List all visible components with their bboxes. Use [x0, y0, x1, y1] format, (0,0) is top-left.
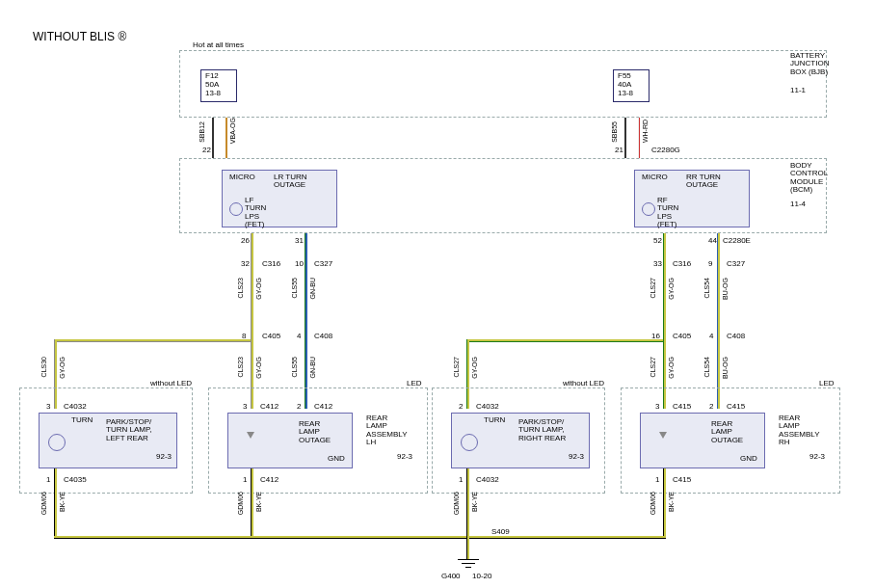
lamp-l3-name: REAR LAMP ASSEMBLY LH	[366, 414, 408, 447]
lamp-r2-led-icon	[659, 432, 667, 439]
pin-26: 26	[241, 237, 250, 245]
lamp-l1-bulb-icon	[48, 434, 66, 451]
wire-cls23-h	[54, 339, 253, 342]
gdm06-b: GDM06	[237, 492, 244, 515]
wire-buog-lbl-a: BU-OG	[722, 278, 729, 300]
pin-9: 9	[708, 260, 712, 268]
lamp-l2-gnd: GND	[328, 455, 345, 463]
gdm06-a: GDM06	[40, 492, 47, 515]
gnd-wire-2	[251, 468, 253, 536]
conn-c405r: C405	[673, 333, 691, 340]
wire-sbb55-lbl: SBB55	[611, 121, 618, 143]
wire-sbb55	[624, 118, 626, 158]
wire-whrd-lbl: WH-RD	[642, 120, 649, 143]
g400: G400	[441, 573, 461, 580]
pin-3b: 3	[243, 403, 247, 411]
bcm-rf-fet: RF TURN LPS (FET)	[657, 197, 678, 229]
wire-cls27-a	[663, 233, 666, 339]
lamp-r1-name: PARK/STOP/ TURN LAMP, RIGHT REAR	[518, 418, 566, 442]
conn-c408l: C408	[314, 333, 332, 340]
pin-31: 31	[295, 237, 304, 245]
wire-cls55-a	[305, 233, 307, 339]
rf-fet-icon	[642, 202, 655, 216]
pin-32: 32	[241, 260, 250, 268]
bcm-ref: 11-4	[790, 200, 806, 208]
conn-c2280g: C2280G	[651, 147, 680, 154]
wire-sbb12-lbl: SBB12	[199, 121, 205, 143]
conn-c415-t2: C415	[727, 403, 745, 411]
lamp-l2-flag: LED	[407, 380, 422, 388]
pin-1c: 1	[459, 476, 463, 484]
lamp-r2-flag: LED	[819, 380, 835, 388]
bcm-rf-micro: MICRO	[642, 174, 668, 181]
conn-c405l: C405	[262, 333, 280, 340]
wire-cls23-lbl2: CLS23	[237, 357, 244, 377]
lamp-r1-tag: TURN	[484, 416, 505, 424]
pin-44: 44	[708, 237, 717, 245]
pin-2b: 2	[297, 403, 301, 411]
pin-52: 52	[653, 237, 662, 245]
pin-2d: 2	[709, 403, 713, 411]
lamp-l2-led-icon	[247, 432, 254, 439]
wire-vbaog	[225, 118, 227, 158]
gnd-wire-1	[54, 468, 57, 536]
wire-cls23-a	[251, 233, 253, 339]
pin-3c: 3	[655, 403, 659, 411]
bcm-lf-micro: MICRO	[229, 174, 255, 181]
lamp-l3-pg: 92-3	[397, 453, 412, 461]
ground-icon	[458, 559, 479, 571]
conn-c4032r-b: C4032	[476, 476, 499, 484]
bcm-lr-outage: LR TURN OUTAGE	[274, 174, 307, 190]
bkye-a: BK-YE	[59, 492, 66, 512]
pin-1d: 1	[655, 476, 659, 484]
wire-gyog-lbl-b: GY-OG	[59, 357, 66, 379]
wire-gnbu-lbl-a: GN-BU	[309, 278, 316, 300]
wire-gyog-lbl-e: GY-OG	[668, 357, 675, 379]
pin-3a: 3	[46, 403, 50, 411]
lamp-l1-flag: without LED	[150, 380, 192, 388]
g400-pg: 10-20	[472, 573, 491, 580]
pin-33: 33	[653, 260, 662, 268]
lamp-l1-tag: TURN	[71, 416, 93, 424]
pin-bjb-22: 22	[202, 147, 211, 154]
pin-4r: 4	[709, 333, 713, 340]
wire-gyog-lbl-d: GY-OG	[471, 357, 478, 379]
wire-cls23-lbl: CLS23	[237, 278, 244, 298]
hot-note: Hot at all times	[193, 41, 244, 49]
lamp-l2-name: REAR LAMP OUTAGE	[299, 420, 331, 444]
conn-c327l: C327	[314, 260, 332, 268]
bjb-label: BATTERY JUNCTION BOX (BJB)	[790, 52, 829, 76]
ground-bus	[54, 536, 666, 539]
conn-c316r: C316	[673, 260, 691, 268]
conn-c4032r: C4032	[476, 403, 499, 411]
wire-gyog-lbl-a: GY-OG	[255, 278, 262, 300]
lamp-r2-name: REAR LAMP OUTAGE	[711, 420, 743, 444]
wire-cls54-lbl: CLS54	[703, 278, 710, 298]
bcm-lf-fet: LF TURN LPS (FET)	[245, 197, 266, 229]
wire-gyog-lbl-r: GY-OG	[668, 278, 675, 300]
pin-1a: 1	[46, 476, 50, 484]
fuse-f12-pg: 13-8	[205, 90, 221, 97]
lamp-r2-gnd: GND	[740, 455, 757, 463]
lamp-r1-pg: 92-3	[569, 453, 584, 461]
ground-drop	[466, 536, 469, 559]
wire-cls54-lbl2: CLS54	[703, 357, 710, 377]
lamp-l1-name: PARK/STOP/ TURN LAMP, LEFT REAR	[106, 418, 151, 442]
lamp-r3-name: REAR LAMP ASSEMBLY RH	[779, 414, 820, 447]
pin-2c: 2	[459, 403, 463, 411]
bcm-rr-outage: RR TURN OUTAGE	[686, 174, 721, 190]
conn-c412l-t: C412	[260, 403, 278, 411]
pin-bjb-21: 21	[615, 147, 623, 154]
wire-cls54-a	[717, 233, 720, 339]
fuse-f55-pg: 13-8	[618, 90, 633, 97]
lamp-r3-pg: 92-3	[809, 453, 825, 461]
wire-gyog-lbl-c: GY-OG	[255, 357, 262, 379]
gnd-wire-3	[466, 468, 469, 536]
conn-c4035: C4035	[64, 476, 87, 484]
wire-whrd	[638, 118, 640, 158]
conn-c415-b: C415	[673, 476, 691, 484]
conn-c412l-b: C412	[260, 476, 278, 484]
wire-sbb12	[212, 118, 214, 158]
wire-cls30-lbl: CLS30	[40, 357, 47, 377]
conn-c408r: C408	[727, 333, 745, 340]
